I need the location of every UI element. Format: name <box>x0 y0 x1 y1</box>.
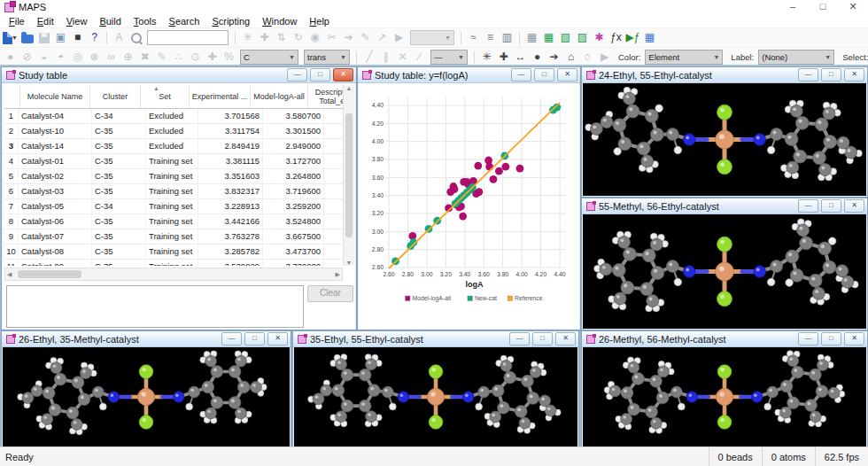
restore-button[interactable]: □ <box>534 68 554 82</box>
run-function-icon[interactable]: ▶ƒ <box>625 30 640 45</box>
minimize-button[interactable]: – <box>787 1 799 12</box>
restore-button[interactable]: □ <box>244 332 265 346</box>
restore-button[interactable]: □ <box>310 68 330 82</box>
table-row[interactable]: 2Catalyst-10C-35Excluded3.3117543.301500… <box>4 124 343 139</box>
molecule-titlebar[interactable]: 26-Ethyl, 35-Methyl-catalyst — □ ✕ <box>2 331 291 347</box>
minimize-button[interactable]: — <box>798 199 818 213</box>
minimize-button[interactable]: — <box>287 68 307 82</box>
search-input[interactable] <box>147 30 229 45</box>
molecule-titlebar[interactable]: 55-Methyl, 56-Ethyl-catalyst — □ ✕ <box>582 198 867 214</box>
histogram-icon[interactable]: ▥ <box>500 30 515 45</box>
table-row[interactable]: 4Catalyst-01C-35Training set3.3811153.17… <box>4 154 343 169</box>
polyhedra-mode-icon[interactable]: ⌂ <box>563 50 578 65</box>
molecule-viewport[interactable] <box>583 347 866 447</box>
label-combo[interactable]: (None)▼ <box>758 50 834 65</box>
horizontal-scrollbar[interactable]: ◀ ▶ <box>4 268 343 281</box>
column-header[interactable]: Descriptors Total_e... <box>308 85 343 108</box>
table-row[interactable]: 3Catalyst-14C-35Excluded2.8494192.949000… <box>4 139 343 154</box>
table-row[interactable]: 6Catalyst-03C-35Training set3.8323173.71… <box>4 184 343 199</box>
vertical-scrollbar[interactable]: ▲ ▼ <box>343 85 354 266</box>
close-button[interactable]: ✕ <box>557 68 577 82</box>
restore-button[interactable]: □ <box>821 332 841 346</box>
line-style-combo[interactable]: —▼ <box>430 50 468 65</box>
lasso-select-icon[interactable]: ◌ <box>580 50 595 65</box>
restore-button[interactable]: □ <box>821 68 841 82</box>
molecule-viewport[interactable] <box>3 347 290 447</box>
restore-button[interactable]: □ <box>532 332 553 346</box>
isomer-combo[interactable]: trans▼ <box>304 50 350 65</box>
chart-axes-icon[interactable]: ≈ <box>466 30 481 45</box>
column-header[interactable]: Set <box>141 85 190 108</box>
menu-build[interactable]: Build <box>93 16 127 27</box>
display-windows-icon[interactable]: ▣ <box>53 30 68 45</box>
table-row[interactable]: 8Catalyst-06C-35Training set3.4421663.52… <box>4 214 343 229</box>
grid-data-icon[interactable]: ▦ <box>541 30 556 45</box>
minimize-button[interactable]: — <box>511 68 531 82</box>
molecule-viewport[interactable] <box>583 214 866 329</box>
minimize-button[interactable]: — <box>509 332 530 346</box>
tree-list-icon[interactable]: ≡ <box>483 30 498 45</box>
close-button[interactable]: ✕ <box>844 68 864 82</box>
molecule-viewport[interactable] <box>294 347 577 447</box>
column-header[interactable]: Cluster <box>90 85 141 108</box>
message-box[interactable] <box>6 285 304 328</box>
menu-window[interactable]: Window <box>256 16 303 27</box>
menu-scripting[interactable]: Scripting <box>205 16 256 27</box>
star-molecule-icon[interactable]: ✱ <box>592 30 607 45</box>
scrollbar-thumb[interactable] <box>18 270 81 278</box>
grid-edit-icon[interactable]: ▧ <box>558 30 573 45</box>
close-button[interactable]: ✕ <box>555 332 576 346</box>
data-table-icon[interactable]: ▦ <box>642 30 657 45</box>
minimize-button[interactable]: — <box>798 68 818 82</box>
color-combo[interactable]: Element▼ <box>645 50 723 65</box>
molecule-titlebar[interactable]: 24-Ethyl, 55-Ethyl-catalyst — □ ✕ <box>582 67 867 83</box>
scrollbar-thumb[interactable] <box>345 113 353 237</box>
maximize-button[interactable]: □ <box>817 1 829 12</box>
study-table-titlebar[interactable]: Study table — □ ✕ <box>2 67 356 83</box>
minimize-button[interactable]: — <box>221 332 242 346</box>
grid-calc-icon[interactable]: ▨ <box>575 30 590 45</box>
new-file-icon[interactable]: ▼ <box>3 30 18 45</box>
close-button[interactable]: ✕ <box>333 68 353 82</box>
pick-3d-icon[interactable]: ➔ <box>546 50 562 65</box>
menu-view[interactable]: View <box>60 16 94 27</box>
whats-this-help-icon[interactable]: ? <box>87 30 102 45</box>
column-header[interactable]: Model-logA-all <box>251 85 308 108</box>
study-table-grid[interactable]: Molecule NameClusterSet▲Experimental ...… <box>4 85 343 266</box>
sphere-mode-icon[interactable]: ● <box>530 50 545 65</box>
close-button[interactable]: ✕ <box>847 1 859 12</box>
close-button[interactable]: ✕ <box>844 199 864 213</box>
table-row[interactable]: 1Catalyst-04C-34Excluded3.7015683.580700… <box>4 109 343 124</box>
table-row[interactable]: 11Catalyst-09C-35Training set3.5398293.7… <box>4 260 343 266</box>
menu-file[interactable]: File <box>3 16 31 27</box>
menu-tools[interactable]: Tools <box>128 16 163 27</box>
grid-plain-icon[interactable]: ▦ <box>524 30 539 45</box>
menu-search[interactable]: Search <box>163 16 206 27</box>
restore-button[interactable]: □ <box>821 199 841 213</box>
table-row[interactable]: 7Catalyst-05C-34Training set3.2289133.25… <box>4 199 343 214</box>
menu-edit[interactable]: Edit <box>31 16 60 27</box>
recenter-3d-icon[interactable]: ✳ <box>479 50 494 65</box>
function-fx-icon[interactable]: ƒx <box>608 30 624 45</box>
minimize-button[interactable]: — <box>798 332 818 346</box>
close-button[interactable]: ✕ <box>267 332 288 346</box>
scroll-left-icon[interactable]: ◀ <box>7 271 12 278</box>
pan-3d-icon[interactable]: ✚ <box>496 50 511 65</box>
molecule-builder-icon[interactable]: ■ <box>70 30 85 45</box>
molecule-viewport[interactable] <box>583 83 866 196</box>
menu-help[interactable]: Help <box>303 16 336 27</box>
table-row[interactable]: 10Catalyst-08C-35Training set3.2857823.4… <box>4 245 343 260</box>
app-titlebar[interactable]: MAPS – □ ✕ <box>0 0 868 14</box>
element-combo[interactable]: C▼ <box>240 50 298 65</box>
scroll-up-icon[interactable]: ▲ <box>346 85 353 91</box>
column-header[interactable] <box>4 85 20 108</box>
table-row[interactable]: 5Catalyst-02C-35Training set3.3516033.26… <box>4 169 343 184</box>
column-header[interactable]: Molecule Name <box>20 85 90 108</box>
molecule-titlebar[interactable]: 26-Methyl, 56-Methyl-catalyst — □ ✕ <box>582 331 867 347</box>
table-row[interactable]: 9Catalyst-07C-35Training set3.7632783.66… <box>4 229 343 245</box>
column-header[interactable]: Experimental ... <box>190 85 251 108</box>
scroll-right-icon[interactable]: ▶ <box>336 271 340 278</box>
scroll-down-icon[interactable]: ▼ <box>346 260 353 266</box>
translate-3d-icon[interactable]: ↔ <box>513 50 528 65</box>
open-file-icon[interactable] <box>19 30 35 45</box>
